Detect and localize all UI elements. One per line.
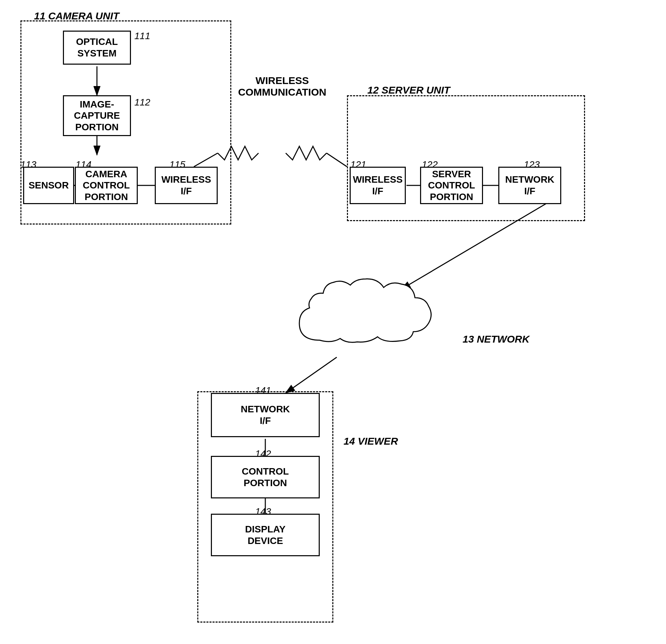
wireless-if-cam-box: WIRELESS I/F — [155, 167, 218, 204]
wireless-comm-label: WIRELESS COMMUNICATION — [238, 75, 326, 98]
control-portion-box: CONTROL PORTION — [211, 456, 320, 498]
camera-control-box: CAMERA CONTROL PORTION — [75, 167, 138, 204]
camera-unit-label: 11 CAMERA UNIT — [34, 10, 119, 22]
optical-system-box: OPTICAL SYSTEM — [63, 31, 131, 65]
display-device-box: DISPLAY DEVICE — [211, 514, 320, 556]
server-control-box: SERVER CONTROL PORTION — [420, 167, 483, 204]
cloud-svg — [279, 265, 449, 361]
control-portion-ref: 142 — [255, 448, 271, 459]
camera-control-ref: 114 — [76, 159, 91, 170]
sensor-box: SENSOR — [23, 167, 74, 204]
svg-line-7 — [327, 153, 347, 167]
diagram: 11 CAMERA UNIT OPTICAL SYSTEM 111 IMAGE-… — [0, 0, 666, 644]
display-device-ref: 143 — [255, 506, 271, 517]
viewer-label: 14 VIEWER — [344, 435, 398, 447]
server-control-ref: 122 — [422, 159, 438, 170]
optical-system-ref: 111 — [134, 31, 150, 42]
network-if-srv-box: NETWORK I/F — [498, 167, 561, 204]
network-if-viewer-box: NETWORK I/F — [211, 393, 320, 437]
wireless-if-srv-ref: 121 — [350, 159, 366, 170]
image-capture-box: IMAGE- CAPTURE PORTION — [63, 95, 131, 136]
image-capture-ref: 112 — [134, 97, 150, 108]
network-if-srv-ref: 123 — [524, 159, 540, 170]
server-unit-label: 12 SERVER UNIT — [367, 84, 450, 96]
wireless-if-cam-ref: 115 — [169, 159, 185, 170]
network-label: 13 NETWORK — [463, 333, 530, 345]
network-cloud — [279, 265, 449, 361]
wireless-if-srv-box: WIRELESS I/F — [350, 167, 406, 204]
network-if-viewer-ref: 141 — [255, 385, 271, 396]
svg-line-11 — [286, 357, 337, 393]
sensor-ref: 113 — [20, 159, 36, 170]
